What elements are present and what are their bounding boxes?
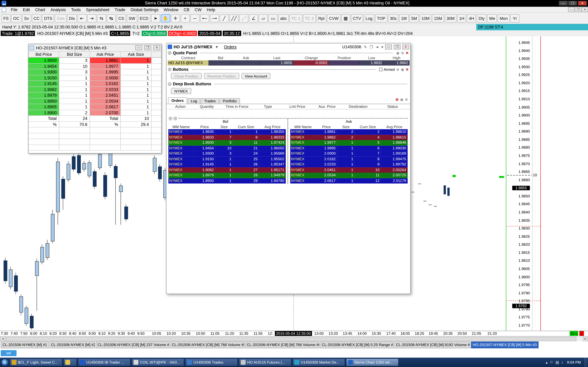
bid-size-cell[interactable]: 1 (215, 178, 233, 184)
ask-size-cell[interactable]: 1 (121, 63, 152, 69)
bid-price-cell[interactable]: 1.9150 (28, 75, 59, 81)
bid-mm-name-cell[interactable]: NYMEX (168, 173, 194, 178)
hidden-icons-chevron[interactable]: ▴ (546, 360, 548, 364)
menu-window[interactable]: Window (161, 7, 181, 13)
ask-avg-price-cell[interactable]: 1.98615 (381, 134, 408, 140)
chart-tab[interactable]: CL-201506-NYMEX [CB] [M] 0.25 Range #7 (320, 342, 394, 348)
ask-size-cell[interactable]: 1 (337, 140, 355, 146)
bid-avg-price-cell[interactable]: 1.95502 (259, 156, 286, 162)
ask-avg-price-cell[interactable]: 1.99030 (381, 145, 408, 151)
bid-mm-name-cell[interactable]: NYMEX (168, 145, 194, 151)
deep-book-nymex-button[interactable]: NYMEX (171, 88, 191, 94)
bid-price-cell[interactable]: 1.9062 (28, 87, 59, 92)
tab-log[interactable]: Log (187, 98, 200, 104)
ask-size-cell[interactable]: 1 (337, 151, 355, 156)
bid-cum-size-cell[interactable]: 26 (233, 162, 259, 167)
bid-size-cell[interactable]: 1 (59, 75, 90, 81)
ask-size-cell[interactable]: 2 (337, 129, 355, 135)
ask-avg-price-cell[interactable]: 1.99169 (381, 151, 408, 156)
sw-button[interactable]: SW (127, 14, 137, 22)
bid-size-cell[interactable]: 3 (59, 58, 90, 63)
bid-depth-table[interactable]: MM NamePriceSizeCum SizeAvg PriceNYMEX1.… (168, 124, 286, 184)
ask-price-cell[interactable]: 2.0534 (90, 98, 121, 104)
cvw-button[interactable]: CVW (327, 14, 340, 22)
taskbar-item-sierra[interactable]: Sierra Chart 1250 wti... (346, 359, 398, 366)
taskbar-clock[interactable]: 9:04 PM (565, 360, 582, 364)
ask-cum-size-cell[interactable]: 6 (355, 145, 381, 151)
ask-price-cell[interactable]: 2.0617 (90, 104, 121, 110)
menu-file[interactable]: File (8, 7, 20, 13)
bid-price-cell[interactable]: 1.9145 (194, 162, 215, 167)
ask-size-cell[interactable]: 1 (337, 156, 355, 162)
bid-size-cell[interactable]: 1 (59, 81, 90, 87)
bid-price-cell[interactable]: 1.9454 (28, 63, 59, 69)
settings-icon[interactable]: ◉ (396, 51, 399, 55)
ask-price-cell[interactable]: 2.0233 (90, 87, 121, 92)
window-minimize-button[interactable]: — (559, 1, 568, 6)
chart-tab[interactable]: CL-201506-NYMEX [CB] [M] 8192 Volume #4 (394, 342, 470, 348)
bid-cum-size-cell[interactable]: 1 (233, 129, 259, 135)
taskbar-item-doc2[interactable]: HO AUG15 Futures (... (239, 359, 291, 366)
collapse-icon[interactable] (174, 117, 177, 120)
window-maximize-button[interactable]: ❐ (568, 1, 577, 6)
menu-analysis[interactable]: Analysis (48, 7, 69, 13)
ask-cum-size-cell[interactable]: 12 (355, 178, 381, 184)
timeframe-30s-button[interactable]: 30s (388, 14, 398, 22)
timeframe-monthly-button[interactable]: Mon (498, 14, 510, 22)
window-close-button[interactable]: ✕ (578, 1, 587, 6)
ask-price-cell[interactable]: 2.0233 (316, 162, 337, 167)
chart-tab[interactable]: HO-201507-NYMEX [CB] [M] 5 Min #3 (471, 342, 538, 348)
bid-price-cell[interactable]: 1.9500 (28, 58, 59, 63)
ask-size-cell[interactable]: 1 (121, 58, 152, 63)
ask-cum-size-cell[interactable]: 8 (355, 156, 381, 162)
parallel-lines-tool-icon[interactable]: ╱╱ (229, 14, 239, 22)
ray-left-tool-icon[interactable]: •─ (200, 14, 209, 22)
chart-tab[interactable]: CL-201506-NYMEX [CB] [M] 768 Volume #6 (245, 342, 320, 348)
chart-tab[interactable]: CL-201506-NYMEX [CB] [M] 768 Volume #5 (170, 342, 244, 348)
ask-size-cell[interactable]: 1 (121, 98, 152, 104)
bid-cum-size-cell[interactable]: 24 (233, 151, 259, 156)
tab-orders[interactable]: Orders (168, 97, 187, 104)
ask-avg-price-cell[interactable]: 1.98846 (381, 140, 408, 146)
taskbar-item-trades[interactable]: U1450306 Trades (185, 359, 238, 366)
ask-avg-price-cell[interactable]: 1.98610 (381, 129, 408, 135)
quote-contract-cell[interactable]: HO Jul'15 @NYMEX (168, 60, 209, 66)
reverse-position-button[interactable]: Reverse Position (204, 73, 239, 79)
refresh-icon[interactable]: ⊕ (401, 51, 404, 55)
menu-cw[interactable]: CW (192, 7, 204, 13)
bid-mm-name-cell[interactable]: NYMEX (168, 134, 194, 140)
orders-menu[interactable]: Orders (224, 44, 236, 49)
refresh-icon[interactable]: ⊕ (405, 97, 408, 101)
bid-size-cell[interactable]: 1 (215, 129, 233, 135)
bid-size-cell[interactable]: 2 (59, 110, 90, 116)
bid-avg-price-cell[interactable]: 1.98333 (259, 134, 286, 140)
tab-trades[interactable]: Trades (201, 98, 219, 104)
scrollbar-thumb[interactable] (6, 337, 576, 341)
ask-avg-price-cell[interactable]: 1.99475 (381, 156, 408, 162)
ask-price-cell[interactable]: 2.0617 (316, 178, 337, 184)
save-button[interactable]: Sv (22, 14, 31, 22)
close-position-button[interactable]: Close Position (171, 73, 202, 79)
chart-tab[interactable]: CL-201506-NYMEX [M] #2 (50, 342, 95, 348)
ask-avg-price-cell[interactable]: 2.00725 (381, 173, 408, 178)
move-tool-icon[interactable]: ✛ (171, 14, 180, 22)
bid-size-cell[interactable]: 3 (59, 69, 90, 75)
bid-size-cell[interactable]: 3 (215, 140, 233, 146)
ask-cum-size-cell[interactable]: 7 (355, 151, 381, 156)
ask-size-cell[interactable]: 1 (337, 162, 355, 167)
bid-cum-size-cell[interactable]: 29 (233, 178, 259, 184)
ask-price-cell[interactable]: 1.9861 (90, 58, 121, 63)
open-chart-button[interactable]: OC (11, 14, 21, 22)
ask-size-cell[interactable]: 1 (337, 145, 355, 151)
start-button[interactable]: ⊞ (1, 359, 9, 366)
bid-size-cell[interactable]: 7 (215, 134, 233, 140)
timeframe-weekly-button[interactable]: We (487, 14, 497, 22)
bid-size-cell[interactable]: 1 (59, 98, 90, 104)
ask-size-cell[interactable]: 1 (337, 178, 355, 184)
bid-cum-size-cell[interactable]: 11 (233, 140, 259, 146)
menu-trade[interactable]: Trade (112, 7, 128, 13)
bid-avg-price-cell[interactable]: 1.94790 (259, 178, 286, 184)
ask-price-cell[interactable]: 1.9862 (316, 134, 337, 140)
ask-cum-size-cell[interactable]: 4 (355, 134, 381, 140)
ask-mm-name-cell[interactable]: NYMEX (290, 178, 316, 184)
